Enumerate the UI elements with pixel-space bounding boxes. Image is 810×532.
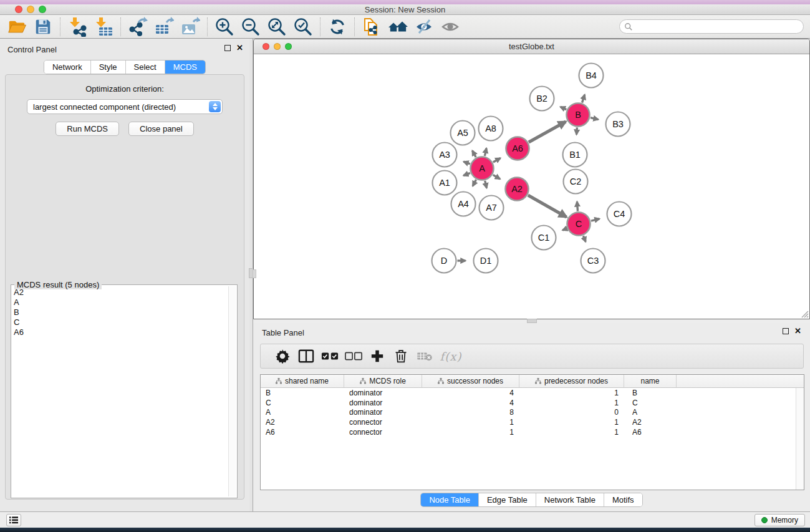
deselect-all-rows-icon[interactable] bbox=[342, 345, 365, 367]
table-row-a[interactable]: Adominator80A bbox=[261, 408, 796, 418]
edge-A-A1[interactable] bbox=[463, 173, 470, 175]
node-B1[interactable]: B1 bbox=[563, 143, 587, 167]
tab-mcds[interactable]: MCDS bbox=[165, 60, 205, 74]
cell[interactable]: 1 bbox=[519, 417, 624, 427]
export-image-icon[interactable] bbox=[177, 16, 203, 38]
save-session-icon[interactable] bbox=[30, 16, 56, 38]
node-C3[interactable]: C3 bbox=[581, 249, 605, 273]
cell[interactable]: B bbox=[624, 388, 677, 398]
minimize-window-button[interactable] bbox=[27, 6, 34, 13]
edge-C-C1[interactable] bbox=[562, 229, 567, 231]
splitter-grip[interactable] bbox=[527, 319, 537, 323]
memory-button[interactable]: Memory bbox=[755, 514, 805, 526]
import-network-icon[interactable] bbox=[64, 16, 90, 38]
edge-C-C4[interactable] bbox=[591, 219, 600, 221]
network-close-button[interactable] bbox=[263, 43, 269, 50]
network-maximize-button[interactable] bbox=[285, 43, 292, 50]
table-row-c[interactable]: Cdominator41C bbox=[261, 398, 796, 408]
cell[interactable]: A6 bbox=[624, 427, 677, 437]
cell[interactable]: A bbox=[261, 408, 344, 418]
cell[interactable]: 1 bbox=[422, 417, 519, 427]
result-item-b[interactable]: B bbox=[14, 307, 228, 317]
apply-layout-icon[interactable] bbox=[324, 16, 350, 38]
close-window-button[interactable] bbox=[15, 6, 22, 13]
node-C1[interactable]: C1 bbox=[532, 226, 556, 250]
edge-B-B1[interactable] bbox=[577, 127, 577, 134]
node-A7[interactable]: A7 bbox=[480, 196, 504, 220]
edge-A-A7[interactable] bbox=[485, 181, 487, 188]
node-C[interactable]: C bbox=[567, 213, 591, 236]
first-neighbors-icon[interactable] bbox=[385, 16, 411, 38]
export-network-icon[interactable] bbox=[125, 16, 151, 38]
node-A[interactable]: A bbox=[471, 157, 494, 180]
canvas-left-scroll-mark[interactable] bbox=[253, 269, 256, 278]
cell[interactable]: 1 bbox=[519, 398, 624, 408]
edge-A-A8[interactable] bbox=[485, 148, 486, 156]
cell[interactable]: A2 bbox=[624, 417, 677, 427]
tab-motifs[interactable]: Motifs bbox=[604, 493, 642, 506]
edge-B-B4[interactable] bbox=[582, 95, 585, 103]
result-item-a6[interactable]: A6 bbox=[14, 327, 228, 337]
edge-B-B3[interactable] bbox=[591, 118, 598, 120]
toggle-column-view-icon[interactable] bbox=[294, 345, 318, 367]
node-B[interactable]: B bbox=[567, 104, 590, 127]
table-options-gear-icon[interactable] bbox=[271, 345, 294, 367]
tab-network-table[interactable]: Network Table bbox=[536, 493, 604, 506]
edge-A2-C[interactable] bbox=[528, 195, 567, 217]
cell[interactable]: dominator bbox=[344, 408, 422, 418]
table-row-a2[interactable]: A2connector11A2 bbox=[261, 417, 796, 427]
search-field[interactable] bbox=[619, 19, 804, 34]
column-header-shared-name[interactable]: shared name bbox=[261, 375, 344, 387]
cell[interactable]: A6 bbox=[261, 427, 344, 437]
search-input[interactable] bbox=[633, 20, 803, 33]
edge-A-A5[interactable] bbox=[473, 151, 476, 157]
node-A2[interactable]: A2 bbox=[506, 178, 529, 201]
node-A6[interactable]: A6 bbox=[506, 137, 529, 160]
network-canvas[interactable]: AA1A2A3A4A5A6A7A8BB1B2B3B4CC1C2C3C4DD1 bbox=[254, 54, 809, 319]
cell[interactable]: A2 bbox=[261, 417, 344, 427]
zoom-selected-icon[interactable] bbox=[290, 16, 316, 38]
tab-node-table[interactable]: Node Table bbox=[421, 493, 479, 506]
column-header-successor-nodes[interactable]: successor nodes bbox=[422, 375, 519, 387]
create-new-column-icon[interactable] bbox=[365, 345, 389, 367]
zoom-out-icon[interactable] bbox=[238, 16, 264, 38]
tab-style[interactable]: Style bbox=[91, 60, 126, 74]
close-table-panel-icon[interactable]: ✕ bbox=[794, 328, 801, 334]
edge-A6-B[interactable] bbox=[529, 122, 566, 142]
edge-B-B2[interactable] bbox=[561, 107, 567, 109]
edge-A-A2[interactable] bbox=[493, 175, 500, 179]
zoom-fit-icon[interactable] bbox=[264, 16, 290, 38]
cell[interactable]: B bbox=[261, 388, 344, 398]
node-A1[interactable]: A1 bbox=[433, 171, 457, 195]
table-row-a6[interactable]: A6connector11A6 bbox=[261, 427, 796, 437]
show-all-icon[interactable] bbox=[437, 16, 463, 38]
edge-A-A6[interactable] bbox=[493, 158, 501, 162]
cell[interactable]: A bbox=[624, 408, 677, 418]
node-A5[interactable]: A5 bbox=[451, 121, 475, 145]
show-task-history-button[interactable] bbox=[6, 514, 21, 526]
close-panel-button[interactable]: Close panel bbox=[128, 122, 194, 136]
result-item-a2[interactable]: A2 bbox=[14, 288, 228, 297]
cell[interactable]: connector bbox=[344, 427, 422, 437]
cell[interactable]: 4 bbox=[422, 388, 519, 398]
float-table-panel-icon[interactable] bbox=[783, 328, 789, 334]
node-A8[interactable]: A8 bbox=[479, 117, 503, 141]
cell[interactable]: 0 bbox=[519, 408, 624, 418]
column-header-name[interactable]: name bbox=[624, 375, 677, 387]
edge-A-A3[interactable] bbox=[464, 162, 470, 164]
column-header-MCDS-role[interactable]: MCDS role bbox=[344, 375, 422, 387]
run-mcds-button[interactable]: Run MCDS bbox=[55, 122, 119, 136]
select-all-rows-icon[interactable] bbox=[318, 345, 342, 367]
window-resize-grip[interactable] bbox=[800, 309, 809, 318]
float-panel-icon[interactable] bbox=[224, 45, 231, 51]
result-item-a[interactable]: A bbox=[14, 297, 228, 307]
node-C4[interactable]: C4 bbox=[607, 202, 632, 226]
cell[interactable]: connector bbox=[344, 417, 422, 427]
table-row-b[interactable]: Bdominator41B bbox=[261, 388, 796, 398]
cell[interactable]: C bbox=[624, 398, 677, 408]
tab-edge-table[interactable]: Edge Table bbox=[479, 493, 536, 506]
open-session-icon[interactable] bbox=[4, 16, 30, 38]
cell[interactable]: dominator bbox=[344, 388, 422, 398]
export-table-icon[interactable] bbox=[151, 16, 177, 38]
cell[interactable]: 8 bbox=[422, 408, 519, 418]
